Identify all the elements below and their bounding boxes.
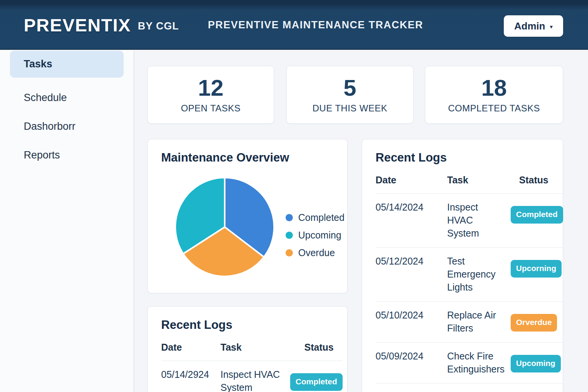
- legend-item-overdue: Overdue: [286, 247, 345, 258]
- log-status-cell: Completed: [511, 194, 563, 231]
- recent-logs-panel: Recent Logs Date Task Status 05/14/2024 …: [362, 139, 563, 392]
- column-header-status: Status: [290, 342, 343, 361]
- status-badge: Upcoming: [511, 355, 561, 372]
- recent-logs-table: Date Task Status 05/14/2024 Inspect HVAC…: [376, 175, 551, 392]
- sidebar-item-tasks[interactable]: Tasks: [10, 51, 124, 78]
- app-header: PREVENTIX BY CGL PREVENTIVE MAINTENANCE …: [0, 0, 588, 50]
- sidebar-item-dashboard[interactable]: Dashorborr: [10, 116, 124, 136]
- app-tagline: PREVENTIVE MAINTENANCE TRACKER: [208, 0, 423, 50]
- maintenance-overview-title: Maintenance Overview: [161, 151, 289, 165]
- sidebar-item-label: Reports: [24, 149, 60, 161]
- log-status-cell: Upcoming: [511, 343, 563, 380]
- log-task: Service Backup Generator: [447, 384, 511, 392]
- status-badge: Completed: [290, 373, 343, 391]
- status-badge: Upcorning: [511, 260, 562, 278]
- due-this-week-count: 5: [343, 76, 356, 100]
- log-date: 05/12/2024: [376, 248, 447, 275]
- log-date: 05/10/2024: [376, 302, 447, 329]
- log-date: 05/09/2024: [376, 343, 447, 370]
- legend-item-completed: Completed: [286, 212, 345, 223]
- overdue-legend-dot: [286, 249, 293, 256]
- column-header-date: Date: [161, 342, 220, 361]
- completed-tasks-card: 18 COMPLETED TASKS: [425, 66, 563, 124]
- sidebar-item-schedule[interactable]: Schedule: [10, 88, 124, 108]
- recent-logs-title: Recent Logs: [161, 318, 336, 332]
- log-status-cell: [511, 384, 563, 392]
- log-task: Replace Air Filters: [447, 302, 511, 342]
- open-tasks-label: OPEN TASKS: [181, 103, 240, 114]
- completed-tasks-label: COMPLETED TASKS: [448, 103, 540, 114]
- log-status-cell: Orverdue: [511, 302, 563, 339]
- due-this-week-card: 5 DUE THIS WEEK: [286, 66, 413, 124]
- recent-logs-table: Date Task Status 05/14/2924 Inspect HVAC…: [161, 342, 336, 392]
- sidebar-item-label: Tasks: [24, 58, 52, 70]
- admin-menu-button[interactable]: Admin ▾: [504, 15, 563, 37]
- chevron-down-icon: ▾: [550, 23, 553, 30]
- sidebar-item-reports[interactable]: Reports: [10, 145, 124, 165]
- column-header-status: Status: [511, 175, 563, 193]
- recent-logs-title: Recent Logs: [376, 151, 551, 165]
- completed-tasks-count: 18: [481, 76, 507, 100]
- status-badge: Completed: [511, 206, 563, 224]
- due-this-week-label: DUE THIS WEEK: [312, 103, 387, 114]
- log-task: Check Fire Extinguishers: [447, 343, 511, 383]
- recent-logs-panel-secondary: Recent Logs Date Task Status 05/14/2924 …: [147, 306, 348, 392]
- column-header-task: Task: [220, 342, 290, 361]
- column-header-date: Date: [376, 175, 447, 193]
- pie-legend: Completed Upcoming Overdue: [286, 212, 345, 258]
- log-date: 05/14/2924: [161, 361, 220, 389]
- maintenance-pie-chart: [173, 175, 276, 279]
- open-tasks-card: 12 OPEN TASKS: [147, 66, 274, 124]
- open-tasks-count: 12: [198, 76, 224, 100]
- log-status-cell: Upcorning: [511, 248, 563, 285]
- upcoming-legend-dot: [286, 232, 293, 239]
- sidebar-item-label: Schedule: [24, 92, 67, 104]
- completed-legend-dot: [286, 214, 293, 221]
- log-date: 05/14/2024: [376, 194, 447, 221]
- log-task: Inspect HVAC System: [220, 361, 290, 392]
- legend-item-upcoming: Upcoming: [286, 230, 345, 241]
- admin-menu-label: Admin: [514, 20, 545, 32]
- column-header-task: Task: [447, 175, 511, 193]
- log-date: 05/08/2024: [376, 384, 447, 392]
- sidebar-nav: Tasks Schedule Dashorborr Reports: [0, 51, 134, 392]
- logo-suffix: BY CGL: [138, 20, 179, 32]
- log-task: Inspect HVAC System: [447, 194, 511, 247]
- log-task: Test Emergency Lights: [447, 248, 511, 301]
- maintenance-overview-card: Maintenance Overview Completed Upcoming …: [147, 139, 348, 293]
- app-logo: PREVENTIX: [24, 15, 131, 36]
- sidebar-item-label: Dashorborr: [24, 121, 75, 132]
- log-status-cell: Completed: [290, 361, 343, 392]
- status-badge: Orverdue: [511, 314, 557, 332]
